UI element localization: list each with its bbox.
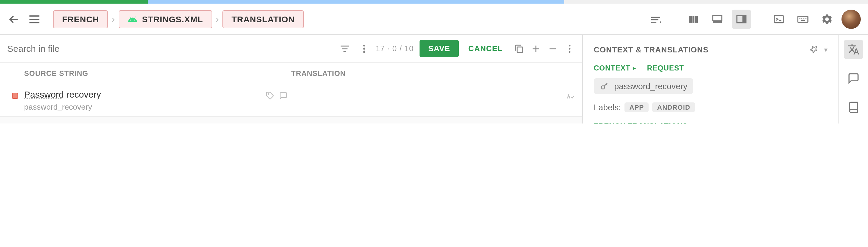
source-key: password_recovery [24, 102, 287, 112]
editor-toolbar: 17 · 0 / 10 SAVE CANCEL [0, 35, 582, 63]
translate-icon[interactable] [844, 40, 863, 59]
svg-point-20 [363, 44, 365, 47]
translation-text[interactable] [287, 122, 565, 123]
svg-point-13 [801, 18, 802, 19]
svg-rect-23 [517, 47, 523, 52]
breadcrumb-mode[interactable]: TRANSLATION [222, 10, 304, 28]
breadcrumb-file-label: STRINGS.XML [142, 14, 203, 24]
context-tab-request[interactable]: REQUEST [647, 64, 684, 72]
svg-point-14 [804, 18, 804, 19]
svg-rect-16 [801, 20, 805, 21]
svg-rect-3 [689, 16, 692, 22]
layout-bottom-icon[interactable] [708, 9, 727, 29]
table-row[interactable]: Are you sure you want to delete this mes… [0, 117, 582, 123]
avatar[interactable] [841, 9, 861, 29]
svg-rect-0 [30, 15, 39, 16]
svg-point-25 [569, 48, 570, 49]
section-french-translations[interactable]: FRENCH TRANSLATIONS ▸ [594, 122, 828, 123]
svg-rect-18 [342, 48, 347, 49]
label-chip-android[interactable]: ANDROID [652, 102, 695, 112]
svg-point-26 [569, 51, 570, 53]
context-panel: CONTEXT & TRANSLATIONS ▾ CONTEXT ▸ REQUE… [583, 35, 839, 123]
minus-icon[interactable] [547, 43, 558, 54]
dropdown-caret-icon[interactable]: ▾ [824, 46, 828, 53]
svg-rect-5 [695, 16, 698, 22]
svg-rect-2 [30, 22, 39, 23]
svg-point-21 [363, 48, 365, 50]
labels-label: Labels: [594, 102, 621, 112]
hierarchy-icon[interactable] [359, 43, 370, 54]
key-icon [600, 81, 610, 91]
more-vert-icon[interactable] [564, 43, 575, 54]
chevron-right-icon: › [112, 13, 115, 24]
svg-rect-9 [742, 16, 746, 22]
book-icon[interactable] [844, 98, 863, 117]
label-chip-app[interactable]: APP [624, 102, 649, 112]
context-key-chip[interactable]: password_recovery [594, 78, 693, 94]
svg-point-24 [569, 44, 570, 46]
translation-text[interactable] [287, 89, 565, 112]
svg-rect-6 [713, 16, 722, 21]
pin-icon[interactable] [809, 44, 818, 54]
spellcheck-icon[interactable] [565, 92, 575, 101]
progress-bar [0, 0, 868, 4]
source-text: Password recovery [24, 89, 287, 100]
svg-rect-19 [344, 51, 346, 52]
breadcrumb: FRENCH › STRINGS.XML › TRANSLATION [53, 10, 304, 28]
svg-point-15 [805, 18, 806, 19]
copy-icon[interactable] [514, 43, 524, 54]
plus-icon[interactable] [530, 43, 541, 54]
edit-list-icon[interactable] [646, 9, 665, 29]
svg-point-22 [363, 51, 365, 53]
svg-rect-7 [713, 21, 722, 23]
svg-rect-11 [798, 16, 808, 22]
svg-rect-1 [30, 19, 39, 20]
search-input[interactable] [7, 43, 333, 54]
svg-point-27 [268, 94, 269, 94]
col-header-translation: TRANSLATION [291, 69, 582, 78]
breadcrumb-file[interactable]: STRINGS.XML [119, 10, 212, 28]
word-count: 17 · 0 / 10 [375, 44, 414, 53]
svg-point-32 [601, 86, 604, 89]
header: FRENCH › STRINGS.XML › TRANSLATION [0, 4, 868, 35]
comment-outline-icon[interactable] [279, 92, 287, 100]
filter-icon[interactable] [339, 43, 350, 54]
layout-right-icon[interactable] [732, 9, 751, 29]
svg-rect-4 [692, 16, 695, 22]
svg-rect-10 [774, 16, 783, 22]
layout-columns-icon[interactable] [684, 9, 703, 29]
table-row[interactable]: Password recoverypassword_recovery [0, 84, 582, 117]
android-icon [127, 14, 137, 24]
context-tab-context[interactable]: CONTEXT ▸ [594, 64, 636, 72]
context-key-name: password_recovery [614, 81, 687, 91]
comment-icon[interactable] [844, 69, 863, 88]
breadcrumb-language[interactable]: FRENCH [53, 10, 108, 28]
status-dot [12, 93, 18, 99]
save-button[interactable]: SAVE [420, 40, 459, 57]
columns-header: SOURCE STRING TRANSLATION [0, 63, 582, 84]
back-arrow-icon[interactable] [7, 12, 21, 26]
chevron-right-icon: › [216, 13, 219, 24]
keyboard-icon[interactable] [793, 9, 812, 29]
console-icon[interactable] [769, 9, 788, 29]
tag-icon[interactable] [266, 92, 274, 100]
cancel-button[interactable]: CANCEL [468, 44, 503, 53]
svg-point-12 [799, 18, 800, 19]
col-header-source: SOURCE STRING [0, 69, 291, 78]
menu-icon[interactable] [28, 12, 41, 26]
svg-rect-17 [341, 45, 349, 47]
source-text: Are you sure you want to delete this mes… [24, 122, 287, 123]
context-title: CONTEXT & TRANSLATIONS [594, 45, 709, 54]
gear-icon[interactable] [817, 9, 837, 29]
